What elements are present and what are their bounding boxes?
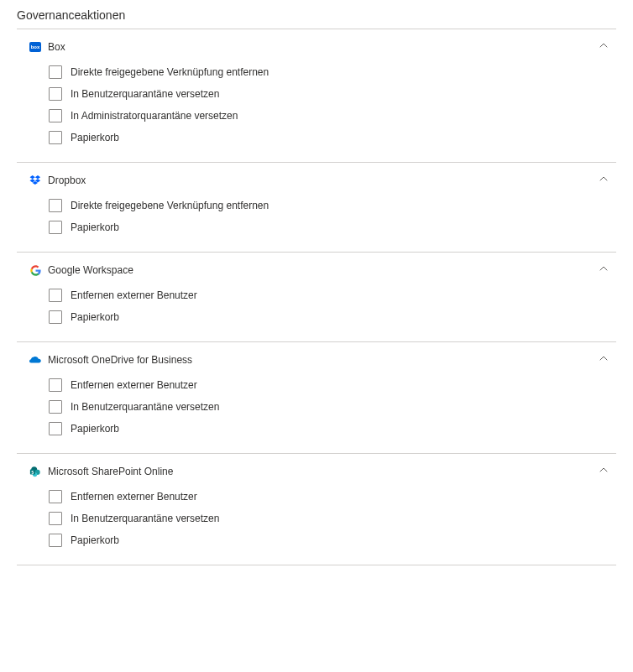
options-list: Entfernen externer BenutzerIn Benutzerqu… [17,486,616,565]
checkbox[interactable] [49,378,62,392]
option-row: Papierkorb [49,127,616,148]
checkbox[interactable] [49,199,62,212]
chevron-up-icon [599,354,608,362]
checkbox[interactable] [49,400,62,414]
onedrive-icon [29,355,41,365]
option-label: In Benutzerquarantäne versetzen [71,513,219,524]
option-label: Entfernen externer Benutzer [71,289,197,301]
option-label: Papierkorb [71,221,119,233]
sharepoint-icon [29,466,41,477]
option-label: Direkte freigegebene Verknüpfung entfern… [71,200,269,211]
checkbox[interactable] [49,289,62,302]
dropbox-app-icon [29,175,41,186]
option-row: Papierkorb [49,216,616,238]
options-list: Direkte freigegebene Verknüpfung entfern… [17,61,616,162]
sharepoint-app-icon [29,466,41,477]
checkbox[interactable] [49,131,62,144]
section-sharepoint: Microsoft SharePoint OnlineEntfernen ext… [17,453,616,565]
checkbox[interactable] [49,109,62,122]
options-list: Direkte freigegebene Verknüpfung entfern… [17,195,616,252]
chevron-up-icon [599,466,608,474]
chevron-up-icon [599,41,608,49]
option-label: Papierkorb [71,132,119,143]
section-onedrive: Microsoft OneDrive for BusinessEntfernen… [17,341,616,453]
chevron-up-icon [599,175,608,183]
chevron-up-icon [599,264,608,273]
option-row: Entfernen externer Benutzer [49,486,616,508]
checkbox[interactable] [49,87,62,101]
section-title: Microsoft OneDrive for Business [48,354,616,366]
options-list: Entfernen externer BenutzerPapierkorb [17,284,616,341]
section-header-dropbox[interactable]: Dropbox [17,163,616,195]
checkbox[interactable] [49,310,62,324]
box-icon: box [29,42,41,52]
dropbox-icon [29,175,41,186]
option-label: In Benutzerquarantäne versetzen [71,401,219,413]
box-app-icon: box [29,41,41,53]
option-row: In Administratorquarantäne versetzen [49,105,616,127]
section-header-box[interactable]: boxBox [17,29,616,61]
option-row: In Benutzerquarantäne versetzen [49,508,616,529]
section-title: Box [48,41,616,53]
option-row: Entfernen externer Benutzer [49,374,616,396]
section-header-google[interactable]: Google Workspace [17,253,616,284]
section-title: Google Workspace [48,264,616,276]
checkbox[interactable] [49,490,62,503]
checkbox[interactable] [49,221,62,234]
google-icon [30,265,41,276]
option-label: Entfernen externer Benutzer [71,491,197,503]
option-label: In Benutzerquarantäne versetzen [71,88,219,100]
option-label: Papierkorb [71,311,119,323]
option-row: Direkte freigegebene Verknüpfung entfern… [49,195,616,216]
checkbox[interactable] [49,65,62,79]
section-google: Google WorkspaceEntfernen externer Benut… [17,252,616,341]
section-header-onedrive[interactable]: Microsoft OneDrive for Business [17,342,616,374]
checkbox[interactable] [49,422,62,435]
option-row: In Benutzerquarantäne versetzen [49,83,616,105]
google-app-icon [29,264,41,276]
option-label: Entfernen externer Benutzer [71,379,197,391]
options-list: Entfernen externer BenutzerIn Benutzerqu… [17,374,616,453]
section-title: Microsoft SharePoint Online [48,466,616,477]
section-title: Dropbox [48,175,616,186]
option-row: Papierkorb [49,306,616,328]
section-dropbox: DropboxDirekte freigegebene Verknüpfung … [17,162,616,252]
option-row: Direkte freigegebene Verknüpfung entfern… [49,61,616,83]
option-row: Papierkorb [49,418,616,440]
section-header-sharepoint[interactable]: Microsoft SharePoint Online [17,454,616,486]
checkbox[interactable] [49,512,62,525]
option-label: Papierkorb [71,423,119,435]
onedrive-app-icon [29,354,41,366]
option-row: Papierkorb [49,529,616,551]
option-row: Entfernen externer Benutzer [49,284,616,306]
checkbox[interactable] [49,534,62,547]
section-box: boxBoxDirekte freigegebene Verknüpfung e… [17,29,616,162]
option-label: In Administratorquarantäne versetzen [71,110,238,122]
option-label: Papierkorb [71,534,119,546]
option-row: In Benutzerquarantäne versetzen [49,396,616,418]
page-title: Governanceaktionen [17,8,616,29]
option-label: Direkte freigegebene Verknüpfung entfern… [71,66,269,78]
